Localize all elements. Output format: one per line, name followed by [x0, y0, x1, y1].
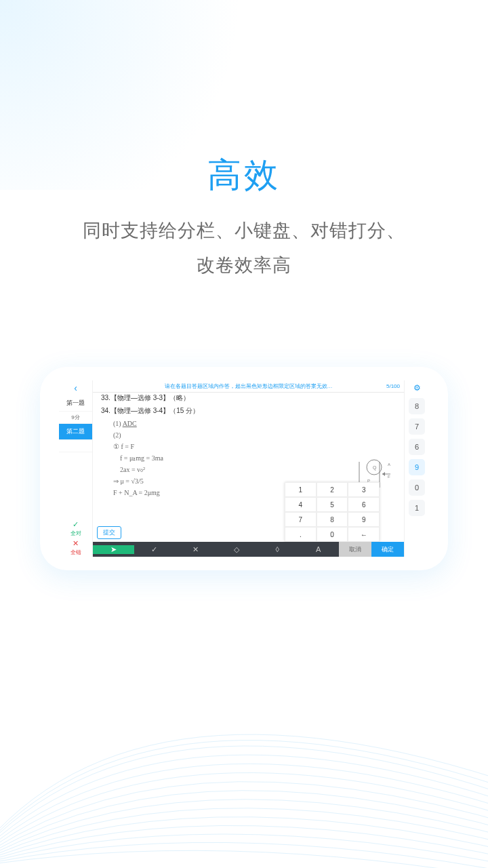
numpad-key-4[interactable]: 4 [285, 497, 317, 512]
sidebar-item-q2[interactable]: 第二题 [59, 424, 92, 440]
numpad: 1 2 3 4 5 6 7 8 9 . 0 ← [285, 482, 380, 542]
numpad-key-8[interactable]: 8 [317, 512, 348, 527]
numpad-key-9[interactable]: 9 [348, 512, 380, 527]
numpad-key-dot[interactable]: . [285, 527, 317, 542]
svg-text:F: F [388, 475, 390, 479]
score-6[interactable]: 6 [409, 439, 425, 455]
score-strip: ⚙ 8 7 6 9 0 1 [405, 380, 429, 557]
confirm-button[interactable]: 确定 [371, 542, 404, 557]
score-8[interactable]: 8 [409, 398, 425, 414]
score-7[interactable]: 7 [409, 418, 425, 435]
answer-sheet: 请在各题目答题区域内作答，超出黑色矩形边框限定区域的答案无效… 5/100 33… [93, 380, 405, 557]
numpad-key-2[interactable]: 2 [317, 482, 348, 497]
back-icon[interactable]: ‹ [59, 380, 92, 395]
tool-check-icon[interactable]: ✓ [134, 545, 176, 554]
tablet-mock: ‹ 第一题 9分 第二题 全对 全错 请在各题目答题区域内作答，超出黑色矩形边框… [40, 367, 448, 570]
question-33: 33.【物理—选修 3-3】（略） [101, 393, 400, 403]
all-correct-button[interactable]: 全对 [59, 519, 92, 538]
sidebar-score-q1: 9分 [59, 412, 92, 424]
numpad-key-3[interactable]: 3 [348, 482, 380, 497]
numpad-key-5[interactable]: 5 [317, 497, 348, 512]
sidebar-score-q2 [59, 440, 92, 452]
page-indicator: 5/100 [386, 383, 400, 389]
numpad-key-7[interactable]: 7 [285, 512, 317, 527]
score-0[interactable]: 0 [409, 479, 425, 496]
score-1[interactable]: 1 [409, 500, 425, 516]
sheet-header: 请在各题目答题区域内作答，超出黑色矩形边框限定区域的答案无效… [165, 382, 333, 390]
tool-cross-icon[interactable]: ✕ [175, 545, 216, 554]
sidebar-item-q1[interactable]: 第一题 [59, 395, 92, 412]
mark-toolbar: ➤ ✓ ✕ ◇ ◊ A 取消 确定 [93, 542, 404, 557]
tool-pointer-icon[interactable]: ➤ [93, 545, 134, 554]
numpad-key-1[interactable]: 1 [285, 482, 317, 497]
question-sidebar: ‹ 第一题 9分 第二题 全对 全错 [59, 380, 93, 557]
numpad-key-6[interactable]: 6 [348, 497, 380, 512]
numpad-key-0[interactable]: 0 [317, 527, 348, 542]
tool-half-icon[interactable]: ◇ [216, 545, 258, 554]
cancel-button[interactable]: 取消 [339, 542, 371, 557]
page-subtitle: 同时支持给分栏、小键盘、对错打分、 改卷效率高 [0, 214, 488, 283]
svg-marker-6 [382, 472, 385, 476]
tool-erase-icon[interactable]: ◊ [257, 545, 298, 553]
svg-text:A: A [388, 462, 390, 467]
score-9[interactable]: 9 [409, 459, 425, 475]
question-34: 34.【物理—选修 3-4】（15 分） [101, 406, 400, 416]
page-title: 高效 [0, 153, 488, 198]
submit-button[interactable]: 提交 [97, 526, 121, 539]
gear-icon[interactable]: ⚙ [413, 382, 421, 394]
numpad-key-back[interactable]: ← [348, 527, 380, 542]
tool-text-icon[interactable]: A [298, 545, 340, 553]
svg-text:Q: Q [373, 465, 377, 471]
background-waves [0, 624, 488, 868]
all-wrong-button[interactable]: 全错 [59, 538, 92, 557]
